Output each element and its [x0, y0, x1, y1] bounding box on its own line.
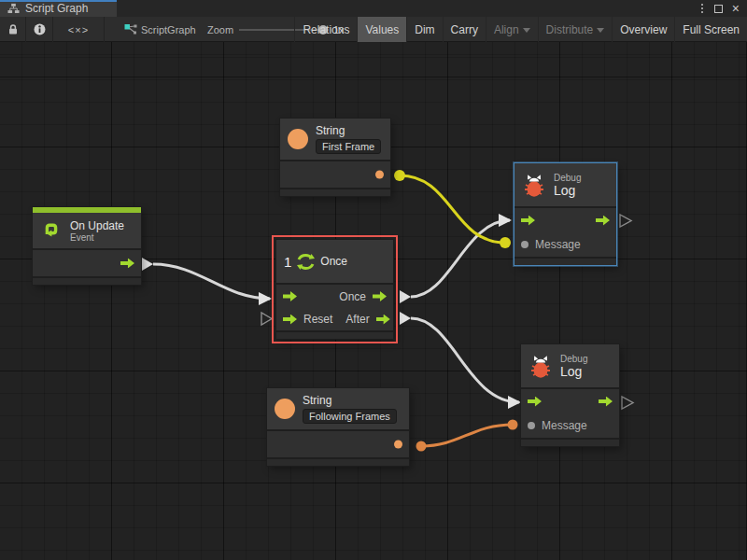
lock-button[interactable]	[0, 17, 26, 42]
full-screen-button[interactable]: Full Screen	[674, 17, 747, 42]
node-kind: Debug	[554, 173, 581, 183]
string-value-field[interactable]: Following Frames	[303, 409, 397, 424]
tab-title: Script Graph	[25, 2, 88, 15]
string-type-icon	[275, 399, 295, 419]
zoom-label: Zoom	[207, 24, 233, 35]
graph-hierarchy-icon	[7, 3, 20, 14]
node-title: Log	[560, 364, 587, 379]
graph-toolbar: ScriptGraph Zoom 1x <×>	[0, 17, 747, 42]
node-footer	[267, 457, 409, 466]
overview-button[interactable]: Overview	[612, 17, 674, 42]
message-input-port[interactable]	[521, 241, 529, 248]
chevron-down-icon	[523, 28, 530, 33]
node-footer	[514, 257, 616, 265]
node-debug-log-bottom[interactable]: Debug Log Message	[521, 344, 619, 446]
flow-input-port[interactable]	[521, 216, 535, 226]
node-title: String	[316, 124, 381, 137]
string-value-field[interactable]: First Frame	[316, 139, 381, 154]
flow-output-port[interactable]	[120, 259, 134, 269]
unconnected-port-triangle[interactable]	[622, 397, 633, 409]
info-icon	[34, 23, 46, 35]
flow-output-port[interactable]	[373, 291, 387, 301]
node-footer	[33, 276, 141, 285]
relations-button[interactable]: Relations	[294, 17, 357, 42]
code-view-button[interactable]: <×>	[53, 17, 105, 42]
value-output-port[interactable]	[375, 171, 384, 179]
port-label: Reset	[303, 313, 332, 326]
string-type-icon	[288, 129, 308, 149]
node-footer	[280, 188, 390, 196]
unconnected-port-triangle[interactable]	[620, 215, 631, 227]
lock-icon	[7, 23, 19, 35]
value-output-port[interactable]	[394, 441, 402, 449]
port-label: Message	[535, 238, 581, 251]
node-header[interactable]: Debug Log	[514, 163, 616, 206]
unity-script-graph-window: Script Graph × ScriptGraph Zoom 1x	[0, 0, 747, 560]
toolbar-right-buttons: Relations Values Dim Carry Align Distrib…	[294, 17, 747, 42]
window-menu-icon[interactable]	[699, 2, 705, 15]
port-label: After	[345, 313, 369, 326]
chevron-down-icon	[597, 28, 604, 33]
wire-once-to-debug-top[interactable]	[400, 214, 512, 303]
wire-on-update-to-once[interactable]	[142, 258, 272, 305]
node-debug-log-top[interactable]: Debug Log Message	[514, 163, 616, 265]
maximize-icon[interactable]	[714, 5, 723, 13]
node-footer	[276, 330, 393, 339]
message-input-port[interactable]	[528, 422, 535, 429]
on-update-loop-icon	[40, 219, 63, 242]
node-header[interactable]: On Update Event	[33, 213, 141, 248]
bug-icon	[522, 173, 546, 198]
graph-name-label: ScriptGraph	[141, 24, 196, 35]
carry-button[interactable]: Carry	[443, 17, 486, 42]
node-title: Once	[320, 255, 347, 268]
port-label: Once	[339, 290, 366, 303]
node-once[interactable]: 1 Once Once Reset	[276, 240, 393, 339]
node-header[interactable]: 1 Once	[276, 240, 393, 283]
code-view-icon: <×>	[68, 24, 89, 35]
tab-script-graph[interactable]: Script Graph	[0, 0, 117, 17]
flow-output-port[interactable]	[376, 315, 390, 325]
node-on-update-event[interactable]: On Update Event	[33, 207, 141, 285]
once-count-badge: 1	[284, 254, 291, 270]
flow-input-port[interactable]	[283, 291, 297, 301]
node-subtitle: Event	[70, 232, 124, 243]
wire-string-first-to-message[interactable]	[394, 170, 511, 248]
dim-button[interactable]: Dim	[406, 17, 442, 42]
node-string-following-frames[interactable]: String Following Frames	[267, 388, 409, 466]
node-header[interactable]: String Following Frames	[267, 388, 409, 429]
node-title: String	[303, 394, 397, 407]
flow-output-port[interactable]	[599, 397, 613, 407]
node-string-first-frame[interactable]: String First Frame	[280, 119, 390, 196]
window-titlebar: Script Graph ×	[0, 0, 747, 17]
node-title: Log	[554, 183, 581, 198]
node-header[interactable]: Debug Log	[521, 344, 619, 387]
close-icon[interactable]: ×	[732, 2, 740, 15]
unconnected-port-triangle[interactable]	[261, 313, 272, 325]
graph-canvas[interactable]: String First Frame	[0, 42, 747, 560]
wire-string-following-to-message[interactable]	[416, 420, 518, 452]
node-footer	[521, 438, 619, 446]
once-cycle-icon	[296, 253, 316, 271]
node-kind: Debug	[560, 354, 587, 364]
info-button[interactable]	[26, 17, 53, 42]
flow-input-port[interactable]	[283, 315, 297, 325]
toolbar-left-buttons: <×>	[0, 17, 105, 42]
flow-input-port[interactable]	[528, 397, 542, 407]
script-graph-icon	[124, 23, 137, 36]
distribute-dropdown[interactable]: Distribute	[538, 17, 613, 42]
node-title: On Update	[70, 219, 124, 232]
flow-output-port[interactable]	[596, 216, 610, 226]
align-dropdown[interactable]: Align	[486, 17, 538, 42]
port-label: Message	[542, 419, 587, 432]
window-controls: ×	[699, 0, 747, 17]
node-header[interactable]: String First Frame	[280, 119, 390, 160]
bug-icon	[529, 354, 553, 379]
values-button[interactable]: Values	[357, 17, 406, 42]
wire-once-to-debug-bottom[interactable]	[400, 312, 521, 409]
